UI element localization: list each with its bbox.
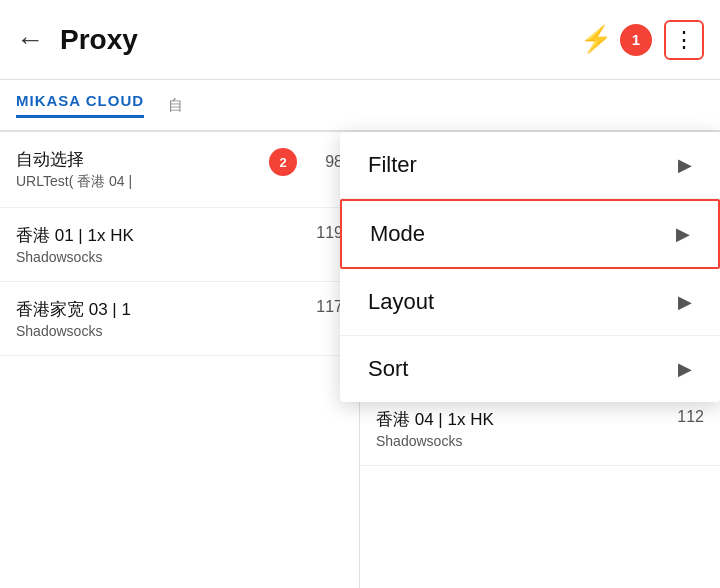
- header: ← Proxy ⚡ 1 ⋮: [0, 0, 720, 80]
- menu-item-filter[interactable]: Filter ▶: [340, 132, 720, 199]
- chevron-right-icon: ▶: [678, 154, 692, 176]
- more-icon: ⋮: [673, 27, 695, 53]
- badge-count: 1: [620, 24, 652, 56]
- menu-item-layout[interactable]: Layout ▶: [340, 269, 720, 336]
- chevron-right-icon: ▶: [678, 358, 692, 380]
- header-icons: ⚡ 1 ⋮: [580, 20, 704, 60]
- chevron-right-icon: ▶: [676, 223, 690, 245]
- item-number-hk04: 112: [664, 408, 704, 426]
- content-area: 自动选择 URLTest( 香港 04 | 2 98 香港 01 | 1x HK…: [0, 132, 720, 588]
- item-subtitle-hk01: Shadowsocks: [16, 249, 303, 265]
- more-button[interactable]: ⋮: [664, 20, 704, 60]
- menu-item-mode[interactable]: Mode ▶: [340, 199, 720, 269]
- item-title-hk01: 香港 01 | 1x HK: [16, 224, 303, 247]
- item-subtitle-hk04: Shadowsocks: [376, 433, 664, 449]
- page-title: Proxy: [60, 24, 580, 56]
- menu-filter-label: Filter: [368, 152, 417, 178]
- tab-mikasa-cloud[interactable]: MIKASA CLOUD: [16, 92, 144, 118]
- item-number-autoselect: 98: [303, 153, 343, 171]
- menu-sort-label: Sort: [368, 356, 408, 382]
- list-item[interactable]: 香港家宽 03 | 1 Shadowsocks 117: [0, 282, 359, 356]
- left-column: 自动选择 URLTest( 香港 04 | 2 98 香港 01 | 1x HK…: [0, 132, 360, 588]
- item-title-hk04: 香港 04 | 1x HK: [376, 408, 664, 431]
- item-title-hk03: 香港家宽 03 | 1: [16, 298, 303, 321]
- tab-bar: MIKASA CLOUD 自: [0, 80, 720, 132]
- item-number-hk01: 119: [303, 224, 343, 242]
- menu-mode-label: Mode: [370, 221, 425, 247]
- chevron-right-icon: ▶: [678, 291, 692, 313]
- item-number-hk03: 117: [303, 298, 343, 316]
- item-subtitle-hk03: Shadowsocks: [16, 323, 303, 339]
- back-button[interactable]: ←: [16, 24, 44, 56]
- dropdown-menu: Filter ▶ Mode ▶ Layout ▶ Sort ▶: [340, 132, 720, 402]
- item-title-autoselect: 自动选择: [16, 148, 269, 171]
- menu-item-sort[interactable]: Sort ▶: [340, 336, 720, 402]
- list-item[interactable]: 香港 04 | 1x HK Shadowsocks 112: [360, 392, 720, 466]
- badge-button[interactable]: 1: [620, 24, 652, 56]
- list-item[interactable]: 香港 01 | 1x HK Shadowsocks 119: [0, 208, 359, 282]
- menu-layout-label: Layout: [368, 289, 434, 315]
- bolt-icon[interactable]: ⚡: [580, 24, 612, 55]
- item-badge-autoselect: 2: [269, 148, 297, 176]
- list-item[interactable]: 自动选择 URLTest( 香港 04 | 2 98: [0, 132, 359, 208]
- tab-secondary[interactable]: 自: [168, 96, 183, 115]
- item-subtitle-autoselect: URLTest( 香港 04 |: [16, 173, 269, 191]
